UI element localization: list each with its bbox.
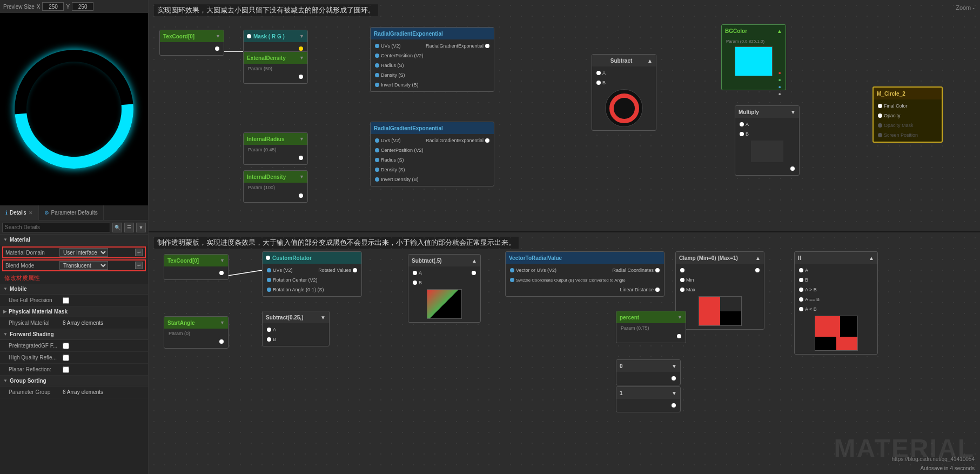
node-m-circle-2[interactable]: M_Circle_2 Final Color Opacity Opacity M… xyxy=(872,86,943,143)
blend-select[interactable]: Translucent xyxy=(59,261,108,270)
tab-param-defaults[interactable]: ⚙ Parameter Defaults xyxy=(39,205,104,221)
preview-x-input[interactable] xyxy=(42,2,64,11)
vr-uvs-row: Vector or UVs (V2) Radial Coordinates xyxy=(508,265,662,275)
node-subtract-05[interactable]: Subtract(.5) ▲ A B xyxy=(408,254,481,323)
if-b-row: B xyxy=(797,275,875,285)
prop-full-precision: Use Full Precision xyxy=(0,295,148,306)
internal-radius-pin-row xyxy=(246,153,305,163)
texcoord-top-pin xyxy=(162,44,221,54)
view-options-button[interactable]: ☰ xyxy=(124,223,134,232)
node-texcoord-bottom[interactable]: TexCoord[0] ▼ xyxy=(164,254,229,280)
node-radial1[interactable]: RadialGradientExponential UVs (V2) Radia… xyxy=(370,27,494,92)
section-material[interactable]: ▼ Material xyxy=(0,235,148,245)
node-internal-radius[interactable]: InternalRadius ▼ Param (0.45) xyxy=(243,132,308,165)
texcoord-out-pin xyxy=(215,46,219,51)
if-body: A B A > B A == B A < B xyxy=(795,264,877,354)
subtract-a-row: A xyxy=(594,68,654,78)
blend-reset[interactable]: ↩ xyxy=(135,262,143,269)
top-graph[interactable]: 实现圆环效果，大圆减去小圆只留下没有被减去的部分就形成了圆环。 Zoom - xyxy=(149,0,980,232)
node-multiply[interactable]: Multiply ▼ A B xyxy=(735,105,800,176)
group-sorting-label: Group Sorting xyxy=(10,378,46,384)
filter-button[interactable]: ▼ xyxy=(136,223,146,232)
full-precision-label: Use Full Precision xyxy=(9,297,63,303)
planar-checkbox[interactable] xyxy=(63,366,69,373)
node-subtract-025[interactable]: Subtract(0.25,) ▼ A B xyxy=(262,311,330,346)
bgcolor-label: BGColor xyxy=(725,28,747,34)
percent-label: percent xyxy=(620,315,639,321)
internal-radius-out xyxy=(299,156,303,160)
percent-out xyxy=(677,334,681,338)
search-button[interactable]: 🔍 xyxy=(112,223,122,232)
internal-radius-header: InternalRadius ▼ xyxy=(244,133,307,145)
percent-param: Param (0.75) xyxy=(619,325,683,331)
node-one[interactable]: 1 ▼ xyxy=(616,386,681,412)
preintegrated-checkbox[interactable] xyxy=(63,343,69,349)
percent-header: percent ▼ xyxy=(616,311,686,323)
node-vector-radial[interactable]: VectorToRadialValue Vector or UVs (V2) R… xyxy=(505,251,664,297)
node-bgcolor[interactable]: BGColor ▲ Param (0,0,825,1,0) ● ● ● ● xyxy=(721,24,786,90)
radial1-density-row: Density (S) xyxy=(373,70,492,80)
preview-y-input[interactable] xyxy=(72,2,93,11)
start-angle-param: Param (0) xyxy=(166,330,226,337)
section-group-sorting[interactable]: ▼ Group Sorting xyxy=(0,376,148,386)
section-physical-mask[interactable]: ▶ Physical Material Mask xyxy=(0,306,148,317)
mask-out-pin xyxy=(299,46,303,51)
details-tab-close[interactable]: ✕ xyxy=(29,210,33,216)
section-mobile[interactable]: ▼ Mobile xyxy=(0,284,148,295)
internal-radius-param: Param (0.45) xyxy=(246,146,305,153)
multiply-b-row: B xyxy=(737,129,797,139)
section-forward-shading[interactable]: ▼ Forward Shading xyxy=(0,329,148,340)
internal-density-param: Param (100) xyxy=(246,184,305,191)
node-if[interactable]: If ▲ A B A > B A == B A < B xyxy=(794,251,878,355)
clamp-preview xyxy=(699,296,742,326)
radial2-radius-row: Radius (S) xyxy=(373,155,492,165)
node-external-density[interactable]: ExtenalDensity ▼ Param (50) xyxy=(243,51,308,84)
radial1-uvs: UVs (V2) xyxy=(381,43,401,49)
search-input[interactable] xyxy=(2,223,110,232)
domain-select[interactable]: User Interface xyxy=(59,248,108,257)
multiply-header: Multiply ▼ xyxy=(735,106,799,118)
details-tab-label: Details xyxy=(10,210,26,216)
bottom-graph[interactable]: 制作透明蒙版，实现进度条效果，大于输入值的部分变成黑色不会显示出来，小于输入值的… xyxy=(149,232,980,474)
prop-planar: Planar Reflection: xyxy=(0,364,148,376)
radial1-invert: Invert Density (B) xyxy=(381,82,419,88)
radial1-invert-row: Invert Density (B) xyxy=(373,80,492,90)
tab-details[interactable]: ℹ Details ✕ xyxy=(0,205,39,221)
high-quality-label: High Quality Refle... xyxy=(9,355,63,360)
node-texcoord-top[interactable]: TexCoord[0] ▼ xyxy=(159,30,224,56)
custom-rotator-header: CustomRotator xyxy=(263,252,361,264)
details-panel: ℹ Details ✕ ⚙ Parameter Defaults 🔍 ☰ ▼ ▼… xyxy=(0,205,148,474)
if-a-eq-b-row: A == B xyxy=(797,295,875,304)
internal-radius-label: InternalRadius xyxy=(247,136,284,142)
annotation-text: 修改材质属性 xyxy=(0,272,148,284)
m-circle-body: Final Color Opacity Opacity Mask Screen … xyxy=(874,99,942,142)
radial2-center-row: CenterPosition (V2) xyxy=(373,145,492,155)
sub05-b-row: B xyxy=(411,278,478,288)
radial2-out-label: RadialGradientExponential xyxy=(426,138,484,143)
domain-reset[interactable]: ↩ xyxy=(135,249,143,256)
bgcolor-header: BGColor ▲ xyxy=(722,25,786,37)
vr-swizzle-row: Swizzle Coordinate Output (B) Vector Con… xyxy=(508,275,662,285)
node-zero[interactable]: 0 ▼ xyxy=(616,359,681,385)
red-circle-preview xyxy=(609,94,639,123)
preview-y-label: Y xyxy=(66,4,70,10)
prop-high-quality: High Quality Refle... xyxy=(0,352,148,364)
external-density-body: Param (50) xyxy=(244,64,307,83)
node-percent[interactable]: percent ▼ Param (0.75) xyxy=(616,311,686,343)
high-quality-checkbox[interactable] xyxy=(63,355,69,361)
zoom-label: Zoom - xyxy=(956,4,975,11)
texcoord-top-label: TexCoord[0] xyxy=(163,34,194,39)
subtract-top-header: Subtract ▲ xyxy=(592,55,656,66)
node-radial2[interactable]: RadialGradientExponential UVs (V2) Radia… xyxy=(370,122,494,186)
node-internal-density[interactable]: InternalDensity ▼ Param (100) xyxy=(243,170,308,203)
subtract-05-body: A B xyxy=(408,266,480,322)
full-precision-checkbox[interactable] xyxy=(63,297,69,304)
node-custom-rotator[interactable]: CustomRotator UVs (V2) Rotated Values Ro… xyxy=(262,251,362,297)
internal-density-label: InternalDensity xyxy=(247,174,286,180)
node-subtract-top[interactable]: Subtract ▲ A B xyxy=(592,54,656,131)
radial2-header: RadialGradientExponential xyxy=(371,122,494,134)
screen-pos-label: Screen Position xyxy=(884,132,918,138)
search-bar: 🔍 ☰ ▼ xyxy=(0,221,148,235)
node-clamp[interactable]: Clamp (Min=0) (Max=1) ▲ Min Max xyxy=(675,251,764,330)
node-start-angle[interactable]: StartAngle ▼ Param (0) xyxy=(164,316,229,349)
